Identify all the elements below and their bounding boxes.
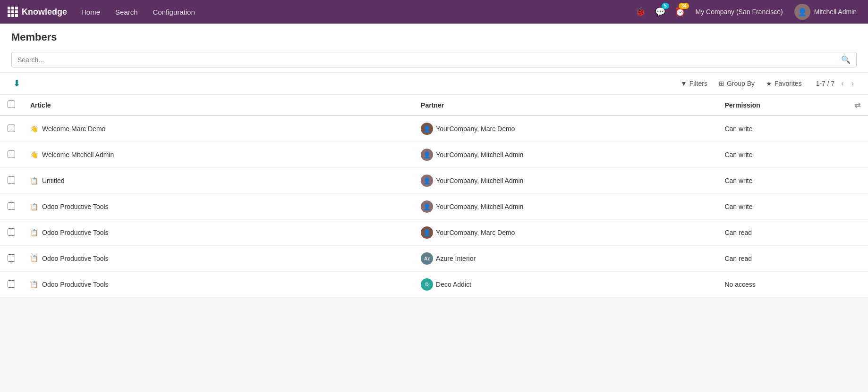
row-checkbox-3[interactable]: [8, 202, 15, 210]
row-checkbox-cell: [0, 272, 23, 298]
row-checkbox-cell: [0, 220, 23, 246]
partner-cell: D Deco Addict: [413, 272, 717, 298]
article-name: Odoo Productive Tools: [42, 229, 109, 236]
partner-cell: 👤 YourCompany, Marc Demo: [413, 220, 717, 246]
table-row: 📋Odoo Productive Tools 👤 YourCompany, Ma…: [0, 220, 868, 246]
favorites-button[interactable]: ★ Favorites: [761, 77, 807, 90]
row-checkbox-cell: [0, 116, 23, 142]
filter-buttons: ▼ Filters ⊞ Group By ★ Favorites 1-7 / 7…: [676, 77, 857, 90]
partner-cell: 👤 YourCompany, Mitchell Admin: [413, 194, 717, 220]
article-icon: 👋: [30, 151, 38, 158]
column-settings-icon[interactable]: ⇄: [854, 101, 860, 109]
permission-value: Can write: [724, 203, 752, 210]
row-checkbox-5[interactable]: [8, 254, 15, 262]
table-row: 📋Untitled 👤 YourCompany, Mitchell Admin …: [0, 168, 868, 194]
filters-button[interactable]: ▼ Filters: [676, 77, 712, 90]
row-checkbox-1[interactable]: [8, 150, 15, 158]
activity-badge: 34: [679, 3, 689, 9]
article-name: Welcome Marc Demo: [42, 125, 105, 133]
layers-icon: ⊞: [719, 80, 724, 87]
table-row: 📋Odoo Productive Tools Az Azure Interior…: [0, 246, 868, 272]
article-icon: 📋: [30, 281, 38, 288]
star-icon: ★: [766, 80, 772, 87]
article-header: Article: [23, 95, 413, 116]
permission-cell: No access: [717, 272, 847, 298]
article-name: Odoo Productive Tools: [42, 281, 109, 288]
article-cell: 📋Odoo Productive Tools: [23, 272, 413, 298]
article-name: Untitled: [42, 177, 64, 184]
permission-cell: Can write: [717, 168, 847, 194]
permission-value: Can read: [724, 255, 752, 262]
article-name: Welcome Mitchell Admin: [42, 151, 114, 158]
row-checkbox-6[interactable]: [8, 280, 15, 288]
partner-cell: Az Azure Interior: [413, 246, 717, 272]
article-cell: 📋Odoo Productive Tools: [23, 220, 413, 246]
row-settings-cell: [847, 272, 868, 298]
prev-page-button[interactable]: ‹: [838, 78, 846, 89]
row-checkbox-0[interactable]: [8, 125, 15, 132]
select-all-checkbox[interactable]: [8, 100, 15, 108]
filter-icon: ▼: [681, 80, 687, 87]
bug-icon-btn[interactable]: 🐞: [632, 4, 648, 20]
article-cell: 👋Welcome Marc Demo: [23, 116, 413, 142]
nav-configuration[interactable]: Configuration: [146, 4, 202, 20]
app-name: Knowledge: [22, 7, 67, 17]
article-cell: 👋Welcome Mitchell Admin: [23, 142, 413, 168]
row-settings-cell: [847, 194, 868, 220]
pagination-text: 1-7 / 7: [816, 80, 835, 87]
topnav-right: 🐞 💬 5 ⏰ 34 My Company (San Francisco) 👤 …: [632, 2, 860, 22]
permission-header: Permission: [717, 95, 847, 116]
permission-cell: Can write: [717, 116, 847, 142]
partner-name: YourCompany, Mitchell Admin: [436, 203, 523, 210]
partner-cell: 👤 YourCompany, Mitchell Admin: [413, 168, 717, 194]
table-row: 📋Odoo Productive Tools 👤 YourCompany, Mi…: [0, 194, 868, 220]
page-title-area: Members: [0, 24, 868, 47]
company-name: My Company (San Francisco): [692, 8, 787, 16]
permission-value: Can write: [724, 177, 752, 184]
filter-row: ⬇ ▼ Filters ⊞ Group By ★ Favorites 1-7 /…: [0, 73, 868, 95]
article-icon: 📋: [30, 203, 38, 210]
partner-name: YourCompany, Mitchell Admin: [436, 177, 523, 184]
permission-cell: Can write: [717, 194, 847, 220]
article-cell: 📋Odoo Productive Tools: [23, 194, 413, 220]
article-icon: 📋: [30, 229, 38, 236]
search-icon: 🔍: [841, 55, 851, 64]
download-button[interactable]: ⬇: [11, 76, 22, 91]
row-settings-cell: [847, 220, 868, 246]
article-icon: 📋: [30, 255, 38, 262]
topnav: Knowledge Home Search Configuration 🐞 💬 …: [0, 0, 868, 24]
partner-name: Azure Interior: [436, 255, 476, 262]
permission-value: No access: [724, 281, 755, 288]
table-container: Article Partner Permission ⇄ 👋Welcome Ma…: [0, 95, 868, 298]
permission-cell: Can read: [717, 246, 847, 272]
row-settings-cell: [847, 142, 868, 168]
partner-name: YourCompany, Mitchell Admin: [436, 151, 523, 158]
groupby-button[interactable]: ⊞ Group By: [714, 77, 759, 90]
partner-cell: 👤 YourCompany, Marc Demo: [413, 116, 717, 142]
app-brand[interactable]: Knowledge: [8, 7, 67, 17]
next-page-button[interactable]: ›: [849, 78, 857, 89]
row-checkbox-cell: [0, 168, 23, 194]
messages-icon-btn[interactable]: 💬 5: [652, 4, 668, 20]
article-icon: 📋: [30, 177, 38, 184]
article-icon: 👋: [30, 125, 38, 133]
activity-icon-btn[interactable]: ⏰ 34: [672, 4, 688, 20]
partner-name: YourCompany, Marc Demo: [436, 229, 515, 236]
permission-value: Can write: [724, 151, 752, 158]
user-menu[interactable]: 👤 Mitchell Admin: [791, 2, 860, 22]
table-row: 📋Odoo Productive Tools D Deco Addict No …: [0, 272, 868, 298]
search-input[interactable]: [17, 56, 841, 64]
row-checkbox-4[interactable]: [8, 228, 15, 236]
row-checkbox-2[interactable]: [8, 176, 15, 184]
nav-home[interactable]: Home: [75, 4, 107, 20]
search-row: 🔍: [0, 47, 868, 73]
partner-cell: 👤 YourCompany, Mitchell Admin: [413, 142, 717, 168]
row-checkbox-cell: [0, 142, 23, 168]
grid-icon: [8, 7, 18, 17]
nav-search[interactable]: Search: [109, 4, 145, 20]
user-avatar: 👤: [794, 4, 810, 20]
partner-header: Partner: [413, 95, 717, 116]
table-header-row: Article Partner Permission ⇄: [0, 95, 868, 116]
permission-cell: Can write: [717, 142, 847, 168]
user-name: Mitchell Admin: [814, 8, 857, 16]
